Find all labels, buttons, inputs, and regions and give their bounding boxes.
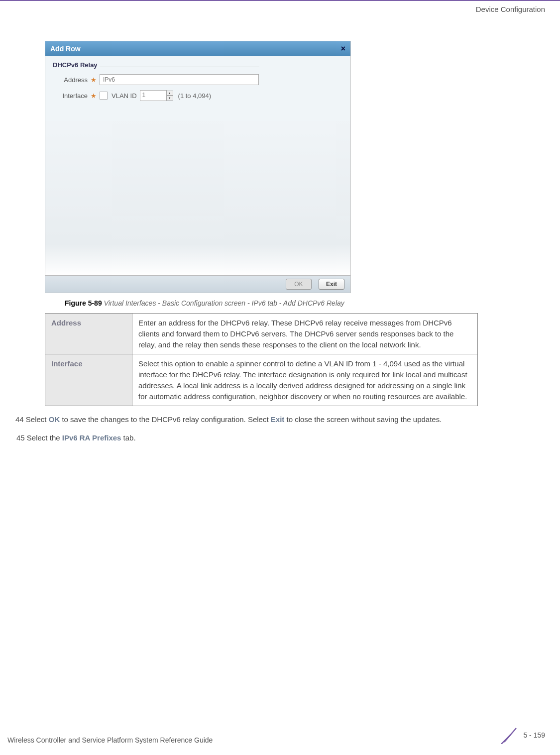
step-45-post: tab. (121, 433, 135, 442)
modal-body: DHCPv6 Relay Address ★ Interface ★ VLAN … (45, 56, 350, 121)
vlan-spinner[interactable]: ▲ ▼ (166, 91, 173, 101)
address-label: Address (53, 76, 88, 84)
figure-caption: Figure 5-89 Virtual Interfaces - Basic C… (65, 299, 545, 307)
param-desc-interface: Select this option to enable a spinner c… (132, 354, 478, 406)
slash-icon (501, 726, 519, 744)
step-45-pre: 45 Select the (16, 433, 62, 442)
ok-button[interactable]: OK (286, 279, 311, 290)
param-desc-address: Enter an address for the DHCPv6 relay. T… (132, 314, 478, 354)
row-address: Address ★ (53, 74, 343, 85)
modal-add-row: Add Row × DHCPv6 Relay Address ★ Interfa… (45, 41, 351, 293)
parameter-table: Address Enter an address for the DHCPv6 … (45, 313, 478, 406)
step-44: 44 Select OK to save the changes to the … (15, 414, 530, 426)
interface-checkbox[interactable] (100, 92, 108, 100)
page-number: 5 - 159 (523, 731, 545, 739)
exit-keyword: Exit (271, 415, 285, 424)
spinner-down-icon[interactable]: ▼ (166, 96, 173, 101)
ok-keyword: OK (49, 415, 60, 424)
modal-spacer (45, 121, 350, 275)
row-interface: Interface ★ VLAN ID 1 ▲ ▼ (1 to 4,094) (53, 90, 343, 101)
modal-header: Add Row × (45, 41, 350, 56)
figure-description: Virtual Interfaces - Basic Configuration… (104, 299, 344, 307)
fieldset-legend: DHCPv6 Relay (53, 61, 343, 69)
page-footer: Wireless Controller and Service Platform… (0, 726, 560, 744)
address-input[interactable] (100, 74, 259, 85)
ipv6-ra-prefixes-keyword: IPv6 RA Prefixes (62, 433, 121, 442)
step-45: 45 Select the IPv6 RA Prefixes tab. (15, 432, 530, 444)
interface-label: Interface (53, 92, 88, 100)
step-44-post: to close the screen without saving the u… (284, 415, 442, 424)
figure-label: Figure 5-89 (65, 299, 102, 307)
modal-title: Add Row (50, 45, 81, 53)
step-44-pre: 44 Select (15, 415, 49, 424)
required-star-icon: ★ (91, 92, 97, 100)
modal-footer: OK Exit (45, 275, 350, 293)
spinner-up-icon[interactable]: ▲ (166, 91, 173, 96)
param-name-address: Address (45, 314, 132, 354)
vlan-id-label: VLAN ID (112, 92, 137, 100)
header-section: Device Configuration (0, 1, 560, 13)
param-name-interface: Interface (45, 354, 132, 406)
svg-line-1 (501, 735, 510, 744)
step-44-mid: to save the changes to the DHCPv6 relay … (60, 415, 271, 424)
table-row: Address Enter an address for the DHCPv6 … (45, 314, 478, 354)
page-number-block: 5 - 159 (501, 726, 545, 744)
vlan-id-input[interactable]: 1 (140, 90, 167, 101)
page-content: Add Row × DHCPv6 Relay Address ★ Interfa… (0, 13, 560, 458)
exit-button[interactable]: Exit (319, 279, 344, 290)
footer-guide-title: Wireless Controller and Service Platform… (7, 736, 213, 744)
close-icon[interactable]: × (341, 44, 345, 53)
vlan-range-hint: (1 to 4,094) (178, 92, 212, 100)
table-row: Interface Select this option to enable a… (45, 354, 478, 406)
required-star-icon: ★ (91, 76, 97, 84)
